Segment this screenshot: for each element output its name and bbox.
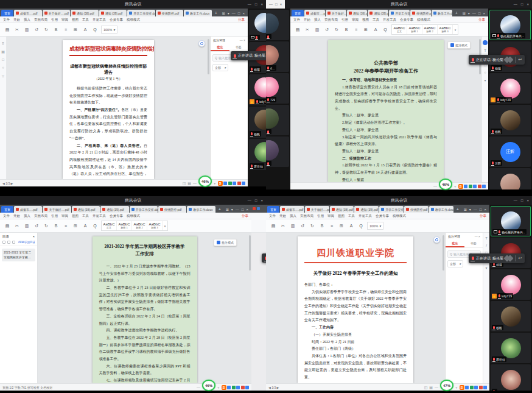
table-icon[interactable]: ⊞ (362, 26, 369, 34)
view-mode-icon[interactable]: ◫ (183, 181, 186, 185)
wps-document-tab[interactable]: 成都市….pdf (280, 206, 304, 213)
participant-tile[interactable]: ✋ 杨帆 (491, 301, 531, 331)
menu-item[interactable]: 开始 (304, 18, 310, 22)
comment-mode-bubble[interactable] (433, 236, 440, 243)
menu-item[interactable]: 文件 (269, 214, 276, 218)
annotation-filter-select[interactable]: 全部▾ (212, 64, 228, 71)
zoom-level-indicator[interactable]: 47% (440, 380, 453, 391)
comment-mode-bubble[interactable] (483, 40, 488, 45)
zoom-in-icon[interactable]: + (217, 386, 220, 389)
style-preset[interactable]: AaBbC标题 1 (117, 221, 132, 230)
wps-document-tab[interactable]: 教学工作.docx (187, 206, 215, 213)
outline-tool-icon[interactable] (12, 241, 15, 244)
style-preset[interactable]: AaBbC标题 2 (422, 25, 438, 34)
input-method-icon[interactable] (474, 386, 478, 389)
close-icon[interactable]: × (33, 235, 35, 239)
input-method-icon[interactable] (470, 386, 474, 389)
undo-icon[interactable]: ↺ (33, 222, 40, 230)
copy-icon[interactable]: ▥ (23, 26, 30, 34)
paste-icon[interactable]: ▤ (270, 222, 277, 230)
sogou-icon[interactable]: S (222, 385, 226, 390)
participant-tile[interactable]: ✋ lolly729 (249, 74, 266, 105)
input-method-icon[interactable] (242, 182, 245, 185)
menu-item[interactable]: 稿纸模式 (417, 18, 430, 22)
tabbar-icon[interactable]: ▾ (231, 207, 233, 211)
input-method-icon[interactable] (227, 386, 231, 389)
menu-item[interactable]: 开始 (13, 18, 20, 22)
window-control-button[interactable]: □ (521, 2, 523, 6)
input-method-icon[interactable] (236, 386, 240, 389)
highlight-icon[interactable]: A (82, 26, 89, 34)
wps-document-tab[interactable]: 关于做好….pdf (326, 10, 346, 16)
paste-icon[interactable]: ▤ (4, 222, 11, 230)
tabbar-icon[interactable]: × (483, 12, 485, 15)
annotation-tool-icon[interactable]: / (486, 244, 487, 247)
outline-item[interactable]: 2021-2022 学年第二学期两校区开学教… (2, 249, 35, 261)
menu-item[interactable]: 引用 (317, 214, 324, 218)
menu-item[interactable]: 视图 (72, 214, 79, 218)
side-tool-icon[interactable]: □ (2, 58, 4, 62)
participant-tile[interactable]: ✋ 杨伦菊的屏幕共... (491, 206, 531, 236)
menu-item[interactable]: 工具 (82, 18, 89, 22)
participant-tile[interactable]: ✋ (491, 364, 531, 391)
menu-item[interactable]: 工具 (348, 214, 355, 218)
wps-document-tab[interactable]: 首页 (1, 10, 13, 16)
tabbar-icon[interactable]: □ (478, 12, 481, 15)
input-method-icon[interactable] (469, 185, 472, 188)
undo-icon[interactable]: ↺ (299, 222, 306, 230)
participant-tile[interactable]: ✋ 廖世仙 (491, 333, 531, 363)
undo-icon[interactable]: ↺ (33, 26, 40, 34)
style-preset[interactable]: AaBbC标题 3 (147, 221, 163, 230)
style-preset[interactable]: AaBbC正文 (102, 221, 117, 230)
tabbar-icon[interactable]: — (236, 208, 239, 211)
side-tool-icon[interactable]: ▤ (1, 49, 5, 54)
annotation-tool-icon[interactable]: ○ (484, 71, 486, 74)
menu-item[interactable]: 会员专享 (110, 214, 123, 218)
outline-tool-icon[interactable] (2, 241, 5, 244)
menu-item[interactable]: 开始 (279, 214, 286, 218)
menu-item[interactable]: 文件 (293, 18, 300, 22)
wps-document-tab[interactable]: 通知 (39).pdf (354, 206, 379, 213)
input-method-icon[interactable] (245, 386, 249, 389)
tabbar-icon[interactable]: ▾ (228, 11, 229, 15)
wps-document-tab[interactable]: 关于做好….pdf (43, 206, 71, 213)
input-method-icon[interactable] (237, 182, 241, 185)
wps-document-tab[interactable]: 开学工作安排.docx (389, 10, 410, 16)
menu-item[interactable]: 审阅 (61, 214, 68, 218)
wps-document-tab[interactable]: 开学工作安排.docx (379, 206, 404, 213)
tab-annotations[interactable]: 批注 (446, 240, 464, 247)
input-method-icon[interactable] (482, 185, 486, 188)
tabbar-icon[interactable]: × (484, 208, 486, 211)
find-icon[interactable]: Q (357, 222, 365, 230)
wps-document-tab[interactable]: 成都市….pdf (14, 10, 42, 16)
window-control-button[interactable]: × (280, 2, 282, 6)
annotation-tool-icon[interactable]: ▾ (484, 78, 486, 82)
menu-item[interactable]: 文件 (3, 214, 10, 218)
input-method-icon[interactable] (473, 185, 477, 188)
menu-item[interactable]: 页面布局 (300, 214, 313, 218)
menu-item[interactable]: 开发工具 (93, 214, 106, 218)
highlight-icon[interactable]: A (348, 222, 355, 230)
copy-icon[interactable]: ▥ (289, 222, 296, 230)
table-icon[interactable]: ⊞ (72, 26, 79, 34)
wps-document-tab[interactable]: + (216, 206, 223, 213)
doc-scrollbar[interactable] (249, 235, 251, 271)
participant-tile[interactable] (266, 105, 289, 135)
side-tool-icon[interactable]: ○ (2, 66, 4, 69)
participant-tile[interactable]: ✋ 廖世仙 (249, 139, 266, 170)
input-method-icon[interactable] (478, 185, 481, 188)
style-preset[interactable]: AaBbC标题 1 (407, 25, 422, 34)
window-control-button[interactable]: — (248, 2, 251, 6)
window-control-button[interactable]: × (261, 2, 263, 6)
zoom-in-icon[interactable]: + (454, 185, 457, 188)
zoom-out-icon[interactable]: — (197, 386, 200, 389)
copy-icon[interactable]: ▥ (313, 26, 321, 34)
wps-document-tab[interactable]: 首页 (1, 206, 13, 213)
zoom-out-icon[interactable]: — (435, 386, 438, 389)
redo-icon[interactable]: ↻ (43, 26, 50, 34)
tab-bookmarks[interactable]: 书签 (464, 240, 483, 247)
side-tool-icon[interactable]: ≡ (2, 41, 4, 45)
wps-document-tab[interactable]: 成都市….pdf (14, 206, 42, 213)
participant-tile[interactable] (266, 136, 289, 167)
wps-document-tab[interactable]: + (453, 10, 460, 16)
